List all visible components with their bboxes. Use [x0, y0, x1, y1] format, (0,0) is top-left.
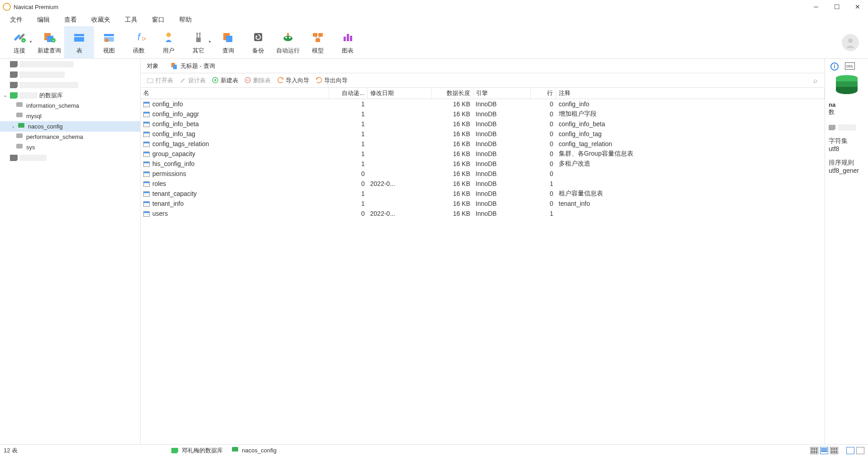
- table-row[interactable]: permissions016 KBInnoDB0: [141, 169, 825, 179]
- menu-收藏夹[interactable]: 收藏夹: [85, 15, 117, 25]
- toolbar-icon: [281, 30, 295, 44]
- toolbar-用户[interactable]: 用户: [154, 26, 184, 59]
- table-icon: [143, 122, 150, 127]
- status-connection[interactable]: 邓礼梅的数据库: [182, 446, 223, 455]
- menu-查看[interactable]: 查看: [58, 15, 83, 25]
- panel-right-icon[interactable]: [846, 447, 854, 454]
- table-row[interactable]: group_capacity116 KBInnoDB0集群、各Group容量信息…: [141, 149, 825, 159]
- user-avatar[interactable]: [842, 34, 859, 51]
- ddl-icon[interactable]: DDL: [845, 62, 855, 70]
- connection-row[interactable]: [0, 59, 140, 69]
- database-icon: [16, 113, 23, 119]
- svg-rect-26: [316, 38, 320, 42]
- connection-row[interactable]: [0, 152, 140, 163]
- table-row[interactable]: his_config_info116 KBInnoDB0多租户改造: [141, 159, 825, 169]
- toolbar-视图[interactable]: 视图: [94, 26, 124, 59]
- view-list-icon[interactable]: [820, 447, 828, 454]
- column-header[interactable]: 修改日期: [368, 88, 431, 99]
- toolbar-新建查询[interactable]: +新建查询: [34, 26, 64, 59]
- column-header[interactable]: 数据长度: [431, 88, 473, 99]
- table-icon: [143, 181, 150, 187]
- design-icon: [179, 77, 186, 84]
- toolbar-icon: [102, 30, 116, 44]
- minimize-button[interactable]: ─: [806, 0, 826, 14]
- toolbar-备份[interactable]: 备份: [243, 26, 273, 59]
- database-row[interactable]: information_schema: [0, 100, 140, 111]
- connection-status-icon: [171, 448, 178, 453]
- menu-编辑[interactable]: 编辑: [31, 15, 56, 25]
- export-icon: [316, 77, 322, 84]
- table-row[interactable]: config_info_tag116 KBInnoDB0config_info_…: [141, 129, 825, 139]
- svg-point-10: [105, 38, 108, 42]
- connection-icon: [10, 155, 18, 161]
- table-row[interactable]: tenant_capacity116 KBInnoDB0租户容量信息表: [141, 189, 825, 199]
- svg-rect-28: [347, 34, 349, 41]
- menu-窗口[interactable]: 窗口: [146, 15, 171, 25]
- table-row[interactable]: config_info_beta116 KBInnoDB0config_info…: [141, 119, 825, 129]
- table-icon: [143, 201, 150, 207]
- table-icon: [143, 132, 150, 137]
- toolbar-图表[interactable]: 图表: [333, 26, 363, 59]
- view-grid-icon[interactable]: [810, 447, 818, 454]
- toolbar-icon: [311, 30, 325, 44]
- connection-icon: [10, 82, 18, 88]
- database-row[interactable]: mysql: [0, 111, 140, 121]
- connection-row[interactable]: ⌄的数据库: [0, 90, 140, 100]
- collation-label: 排序规则: [829, 159, 864, 167]
- toolbar-icon: [222, 30, 235, 44]
- toolbar-表[interactable]: 表: [64, 26, 94, 59]
- info-icon[interactable]: i: [830, 62, 839, 71]
- tab[interactable]: 无标题 - 查询: [165, 59, 222, 73]
- action-导入向导[interactable]: 导入向导: [274, 75, 312, 86]
- status-database[interactable]: nacos_config: [242, 447, 277, 454]
- object-name: na: [829, 101, 864, 108]
- svg-point-15: [196, 33, 198, 34]
- database-icon: [16, 103, 23, 109]
- column-header[interactable]: 名: [141, 88, 329, 99]
- view-detail-icon[interactable]: [830, 447, 838, 454]
- toolbar-函数[interactable]: f(x)函数: [124, 26, 154, 59]
- column-header[interactable]: 注释: [556, 88, 825, 99]
- plus-icon: [212, 77, 219, 84]
- minus-icon: [245, 77, 251, 84]
- toolbar-模型[interactable]: 模型: [303, 26, 333, 59]
- table-row[interactable]: tenant_info116 KBInnoDB0tenant_info: [141, 199, 825, 209]
- app-logo-icon: [3, 3, 11, 11]
- table-row[interactable]: config_info116 KBInnoDB0config_info: [141, 99, 825, 109]
- table-row[interactable]: roles02022-0...16 KBInnoDB1: [141, 179, 825, 189]
- toolbar-自动运行[interactable]: 自动运行: [273, 26, 303, 59]
- maximize-button[interactable]: ☐: [826, 0, 847, 14]
- menu-工具[interactable]: 工具: [118, 15, 144, 25]
- close-button[interactable]: ✕: [847, 0, 868, 14]
- table-row[interactable]: config_tags_relation116 KBInnoDB0config_…: [141, 139, 825, 149]
- database-row[interactable]: ›nacos_config: [0, 121, 140, 132]
- panel-bottom-icon[interactable]: [856, 447, 864, 454]
- database-row[interactable]: performance_schema: [0, 132, 140, 142]
- toolbar-icon: [192, 30, 205, 44]
- connection-row[interactable]: [0, 69, 140, 80]
- menu-文件[interactable]: 文件: [4, 15, 29, 25]
- column-header[interactable]: 引擎: [473, 88, 530, 99]
- toolbar-其它[interactable]: 其它▼: [184, 26, 213, 59]
- toolbar-icon: [162, 30, 175, 44]
- table-row[interactable]: users02022-0...16 KBInnoDB1: [141, 209, 825, 218]
- table-icon: [143, 142, 150, 147]
- tab-bar: 对象无标题 - 查询: [141, 59, 825, 73]
- tab[interactable]: 对象: [141, 59, 165, 73]
- toolbar-连接[interactable]: +连接▼: [5, 26, 34, 59]
- connection-row[interactable]: [0, 80, 140, 90]
- action-打开表: 打开表: [144, 75, 176, 86]
- action-导出向导[interactable]: 导出向导: [313, 75, 350, 86]
- table-row[interactable]: config_info_aggr116 KBInnoDB0增加租户字段: [141, 109, 825, 119]
- table-icon: [143, 162, 150, 167]
- menu-帮助[interactable]: 帮助: [173, 15, 198, 25]
- charset-value: utf8: [829, 145, 864, 152]
- column-header[interactable]: 自动递...: [329, 88, 368, 99]
- action-新建表[interactable]: 新建表: [209, 75, 241, 86]
- titlebar: Navicat Premium ─ ☐ ✕: [0, 0, 868, 14]
- column-header[interactable]: 行: [530, 88, 556, 99]
- toolbar-查询[interactable]: 查询: [213, 26, 243, 59]
- search-icon[interactable]: ⌕: [813, 76, 821, 84]
- database-row[interactable]: sys: [0, 142, 140, 152]
- toolbar-icon: +: [13, 30, 26, 44]
